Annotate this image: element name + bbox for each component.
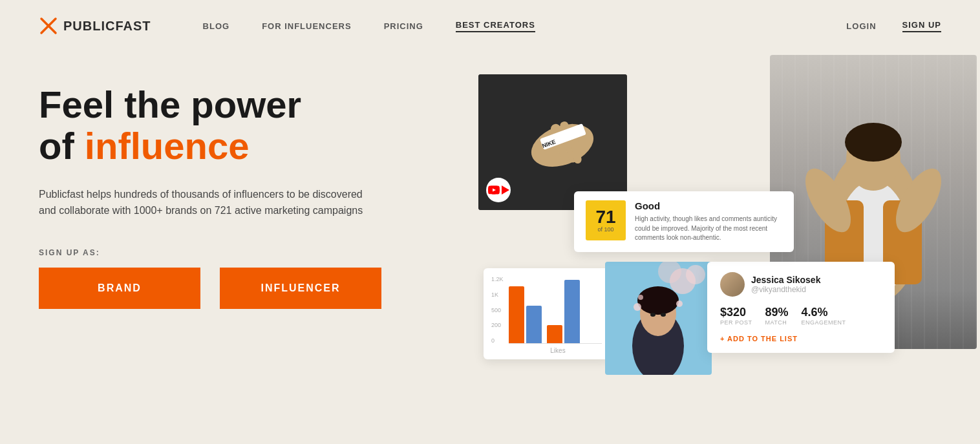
video-thumbnail: NIKE [478,74,627,210]
hero-subtitle: Publicfast helps hundreds of thousands o… [39,186,375,219]
cta-buttons: BRAND INFLUENCER [39,268,478,309]
stat-per-post-label: PER POST [720,319,752,326]
stat-match: 89% MATCH [765,306,789,326]
right-panel: NIKE 71 of 100 Good High activity, thoug [478,65,941,444]
left-panel: Feel the power of influence Publicfast h… [39,65,478,444]
y-label-0: 0 [491,337,504,344]
influencer-stats: $320 PER POST 89% MATCH 4.6% ENGAGEMENT [720,306,882,326]
woman-photo [605,262,712,375]
stat-engagement: 4.6% ENGAGEMENT [802,306,846,326]
nav-best-creators[interactable]: BEST CREATORS [456,20,535,32]
header: PUBLICFAST BLOG FOR INFLUENCERS PRICING … [0,0,980,52]
brand-button[interactable]: BRAND [39,268,200,309]
chart-bars [509,276,602,344]
score-number: 71 [595,208,615,226]
hero-title-influence: influence [85,125,250,167]
y-label-1000: 1K [491,291,504,298]
bar-blue-1 [526,306,542,343]
stat-engagement-label: ENGAGEMENT [802,319,846,326]
score-description: High activity, though likes and comments… [635,215,782,243]
nav-pricing[interactable]: PRICING [384,21,423,31]
nav-auth: LOGIN SIGN UP [846,20,941,32]
stat-per-post-value: $320 [720,306,752,319]
nav-for-influencers[interactable]: FOR INFLUENCERS [262,21,352,31]
youtube-icon [488,185,500,195]
svg-line-1 [49,26,56,33]
logo-icon [39,16,58,36]
bar-group-2 [547,280,580,343]
add-to-list-button[interactable]: + ADD TO THE LIST [720,335,882,343]
main-nav: BLOG FOR INFLUENCERS PRICING BEST CREATO… [203,20,847,32]
influencer-card: Jessica Sikosek @vikyandthekid $320 PER … [707,262,895,353]
svg-point-30 [650,313,655,317]
stat-per-post: $320 PER POST [720,306,752,326]
influencer-header: Jessica Sikosek @vikyandthekid [720,272,882,297]
bar-orange-1 [509,286,524,343]
score-card: 71 of 100 Good High activity, though lik… [574,191,794,252]
influencer-avatar [720,272,745,297]
influencer-name-wrap: Jessica Sikosek @vikyandthekid [751,275,820,294]
logo[interactable]: PUBLICFAST [39,16,151,36]
chart-y-axis: 1.2K 1K 500 200 0 [491,276,504,344]
nav-blog[interactable]: BLOG [203,21,230,31]
svg-point-7 [845,123,902,162]
bar-group-1 [509,286,542,343]
chart-card: 1.2K 1K 500 200 0 [484,268,610,359]
influencer-handle: @vikyandthekid [751,285,820,294]
svg-line-2 [49,19,56,25]
influencer-name: Jessica Sikosek [751,275,820,285]
svg-point-27 [634,303,641,311]
score-info: Good High activity, though likes and com… [635,200,782,243]
signup-as-label: SIGN UP AS: [39,248,478,257]
y-label-200: 200 [491,322,504,328]
stat-engagement-value: 4.6% [802,306,846,319]
score-outof: of 100 [597,226,613,233]
svg-line-0 [41,19,48,25]
youtube-play-button[interactable] [486,178,511,202]
chart-area: 1.2K 1K 500 200 0 [491,276,602,344]
svg-point-22 [686,265,705,284]
woman-image [605,262,712,375]
svg-point-26 [637,286,679,315]
svg-point-31 [661,313,666,317]
hero-title-line1: Feel the power [39,83,301,125]
login-link[interactable]: LOGIN [846,21,876,31]
svg-point-28 [676,301,683,307]
influencer-button[interactable]: INFLUENCER [220,268,381,309]
hero-title: Feel the power of influence [39,84,478,167]
chart-x-label: Likes [491,347,602,354]
main-content: Feel the power of influence Publicfast h… [0,52,980,444]
bar-blue-2 [564,280,580,343]
video-card: NIKE [478,74,627,210]
stat-match-value: 89% [765,306,789,319]
signup-link[interactable]: SIGN UP [902,20,941,32]
svg-line-3 [41,26,48,33]
y-label-1200: 1.2K [491,276,504,282]
stat-match-label: MATCH [765,319,789,326]
bar-orange-2 [547,325,562,343]
y-label-500: 500 [491,307,504,313]
score-badge: 71 of 100 [586,200,626,240]
svg-point-29 [638,295,643,300]
logo-text: PUBLICFAST [63,19,151,34]
score-label: Good [635,200,782,211]
hero-title-of: of [39,125,85,167]
